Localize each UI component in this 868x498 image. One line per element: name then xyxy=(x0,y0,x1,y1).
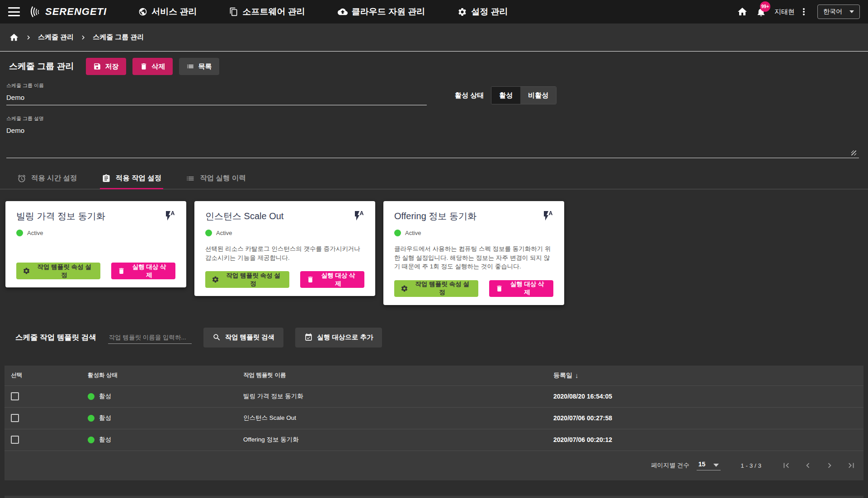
row-checkbox[interactable] xyxy=(11,436,19,444)
hamburger-menu-icon[interactable] xyxy=(8,7,20,16)
table-row[interactable]: 활성 빌링 가격 정보 동기화 2020/08/20 16:54:05 xyxy=(5,385,863,407)
trash-icon xyxy=(307,276,314,283)
flash-auto-icon xyxy=(165,210,175,221)
next-page-icon[interactable] xyxy=(825,460,835,470)
row-template-name: 빌링 가격 정보 동기화 xyxy=(243,392,553,400)
template-search-input[interactable] xyxy=(108,331,192,344)
header-name: 작업 템플릿 이름 xyxy=(243,371,553,379)
pager-controls xyxy=(781,460,856,470)
detail-tabs: 적용 시간 설정 적용 작업 설정 작업 실행 이력 xyxy=(0,158,868,189)
per-page-select[interactable]: 15 xyxy=(697,460,721,470)
textarea-resize-handle[interactable] xyxy=(851,150,856,155)
menu-item-cloud[interactable]: 클라우드 자원 관리 xyxy=(338,6,425,18)
delete-target-label: 실행 대상 삭제 xyxy=(318,272,358,288)
clipboard-icon xyxy=(102,174,111,183)
delete-target-label: 실행 대상 삭제 xyxy=(507,280,547,296)
alarm-clock-icon xyxy=(17,174,26,183)
flash-auto-icon xyxy=(542,210,553,221)
breadcrumb-home-icon[interactable] xyxy=(9,33,19,42)
card-status-text: Active xyxy=(216,230,232,236)
globe-icon xyxy=(138,7,147,16)
row-status-text: 활성 xyxy=(99,392,111,400)
navbar-right: 99+ 지태현 한국어 xyxy=(737,5,860,19)
username[interactable]: 지태현 xyxy=(774,8,795,16)
delete-target-label: 실행 대상 삭제 xyxy=(129,263,169,279)
first-page-icon[interactable] xyxy=(781,460,791,470)
prev-page-icon[interactable] xyxy=(803,460,813,470)
menu-item-service[interactable]: 서비스 관리 xyxy=(138,6,197,18)
active-status-dot xyxy=(88,415,94,422)
calendar-check-icon xyxy=(304,333,313,342)
notification-badge: 99+ xyxy=(760,1,770,12)
tab-label: 적용 작업 설정 xyxy=(116,174,162,183)
trash-icon xyxy=(140,62,148,70)
card-status-text: Active xyxy=(27,230,43,236)
last-page-icon[interactable] xyxy=(846,460,856,470)
language-select[interactable]: 한국어 xyxy=(817,5,860,19)
table-body: 활성 빌링 가격 정보 동기화 2020/08/20 16:54:05 활성 인… xyxy=(5,385,863,451)
template-settings-button[interactable]: 작업 템플릿 속성 설정 xyxy=(16,263,100,279)
row-registered-date: 2020/08/20 16:54:05 xyxy=(553,393,863,400)
card-description: 클라우드에서 사용하는 컴퓨팅 스펙 정보를 동기화하기 위한 실행 설정입니다… xyxy=(394,244,553,271)
delete-target-button[interactable]: 실행 대상 삭제 xyxy=(489,280,553,297)
active-status-toggle: 활성 비활성 xyxy=(491,86,557,104)
breadcrumb: 스케줄 관리 스케줄 그룹 관리 xyxy=(0,23,868,52)
row-template-name: Offering 정보 동기화 xyxy=(243,436,553,444)
row-checkbox[interactable] xyxy=(11,414,19,422)
kebab-menu-icon[interactable] xyxy=(803,8,805,15)
row-checkbox[interactable] xyxy=(11,392,19,400)
template-settings-button[interactable]: 작업 템플릿 속성 설정 xyxy=(205,271,289,288)
task-card-billing-sync: 빌링 가격 정보 동기화 Active 작업 템플릿 속성 설정 실행 대상 삭… xyxy=(5,201,186,287)
add-to-target-button[interactable]: 실행 대상으로 추가 xyxy=(295,328,382,348)
task-cards: 빌링 가격 정보 동기화 Active 작업 템플릿 속성 설정 실행 대상 삭… xyxy=(0,189,868,305)
gear-icon xyxy=(212,276,219,283)
tab-run-history[interactable]: 작업 실행 이력 xyxy=(184,170,248,189)
table-header-row: 선택 활성화 상태 작업 템플릿 이름 등록일 ↓ xyxy=(5,366,863,385)
chevron-right-icon xyxy=(24,33,33,42)
table-row[interactable]: 활성 인스턴스 Scale Out 2020/07/06 00:27:58 xyxy=(5,407,863,429)
menu-item-label: 설정 관리 xyxy=(471,6,508,18)
tab-label: 적용 시간 설정 xyxy=(31,174,77,183)
card-title: 인스턴스 Scale Out xyxy=(205,210,283,222)
search-icon xyxy=(212,333,221,342)
row-registered-date: 2020/07/06 00:20:12 xyxy=(553,436,863,443)
row-template-name: 인스턴스 Scale Out xyxy=(243,414,553,422)
gear-icon xyxy=(458,7,467,17)
delete-target-button[interactable]: 실행 대상 삭제 xyxy=(111,263,175,279)
partial-table-row[interactable]: 활성 빌링 가격 정보 동기화 xyxy=(5,496,863,498)
dropdown-caret-icon xyxy=(713,464,719,467)
delete-button[interactable]: 삭제 xyxy=(132,58,173,75)
flame-logo-icon xyxy=(30,6,42,18)
status-inactive-button[interactable]: 비활성 xyxy=(520,87,556,104)
group-desc-textarea[interactable]: Demo xyxy=(6,125,859,158)
table-row[interactable]: 활성 Offering 정보 동기화 2020/07/06 00:20:12 xyxy=(5,429,863,451)
card-description: 선택된 리소스 카탈로그 인스턴스의 갯수를 증가시키거나 감소시키는 기능을 … xyxy=(205,244,364,262)
breadcrumb-item-schedule-group[interactable]: 스케줄 그룹 관리 xyxy=(93,33,144,42)
template-settings-label: 작업 템플릿 속성 설정 xyxy=(412,280,472,296)
status-active-button[interactable]: 활성 xyxy=(491,87,520,104)
header-date-label: 등록일 xyxy=(553,371,572,380)
row-status-text: 활성 xyxy=(99,414,111,422)
active-status-dot xyxy=(88,437,94,443)
main-menu: 서비스 관리 소프트웨어 관리 클라우드 자원 관리 설정 관리 xyxy=(138,6,508,18)
menu-item-label: 클라우드 자원 관리 xyxy=(352,6,425,18)
list-button[interactable]: 목록 xyxy=(179,58,219,75)
notifications-button[interactable]: 99+ xyxy=(756,7,766,17)
list-icon xyxy=(186,62,194,70)
home-icon[interactable] xyxy=(737,6,748,17)
tab-apply-time[interactable]: 적용 시간 설정 xyxy=(15,170,79,189)
menu-item-software[interactable]: 소프트웨어 관리 xyxy=(229,6,305,18)
delete-target-button[interactable]: 실행 대상 삭제 xyxy=(300,271,364,288)
template-settings-button[interactable]: 작업 템플릿 속성 설정 xyxy=(394,280,478,297)
header-date-sortable[interactable]: 등록일 ↓ xyxy=(553,371,863,380)
menu-item-label: 서비스 관리 xyxy=(151,6,197,18)
save-button[interactable]: 저장 xyxy=(86,58,126,75)
breadcrumb-item-schedule[interactable]: 스케줄 관리 xyxy=(38,33,74,42)
template-search-button[interactable]: 작업 템플릿 검색 xyxy=(203,328,284,348)
tab-apply-task[interactable]: 적용 작업 설정 xyxy=(100,170,164,189)
trash-icon xyxy=(495,285,503,292)
sort-desc-arrow-icon: ↓ xyxy=(575,371,579,379)
menu-item-settings[interactable]: 설정 관리 xyxy=(458,6,508,18)
task-card-scale-out: 인스턴스 Scale Out Active 선택된 리소스 카탈로그 인스턴스의… xyxy=(194,201,375,296)
group-name-input[interactable] xyxy=(6,92,427,105)
